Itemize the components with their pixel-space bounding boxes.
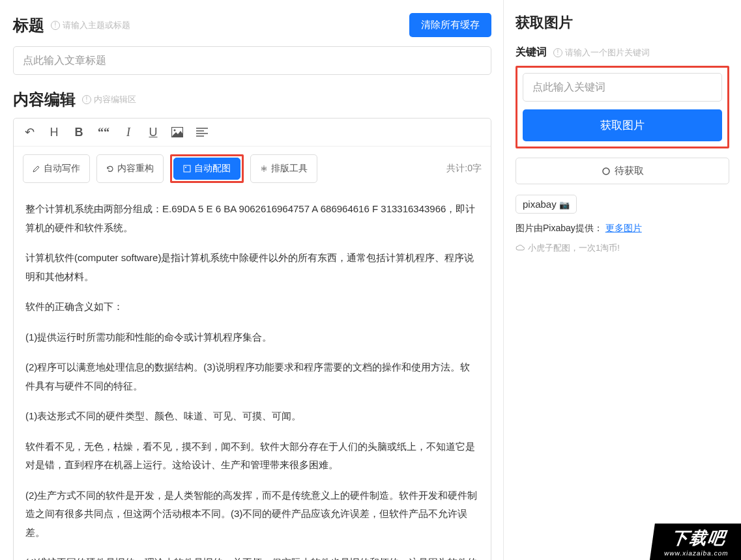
content-paragraph: 软件看不见，无色，枯燥，看不见，摸不到，闻不到。软件大部分存在于人们的头脑或纸上… bbox=[25, 438, 479, 475]
content-paragraph: 计算机软件(computer software)是指计算机系统中除硬件以外的所有… bbox=[25, 249, 479, 286]
keyword-header: 关键词 ! 请输入一个图片关键词 bbox=[516, 46, 729, 59]
undo-icon[interactable]: ↶ bbox=[23, 125, 36, 139]
circle-icon bbox=[602, 167, 611, 176]
info-icon: ! bbox=[553, 48, 562, 57]
svg-point-7 bbox=[185, 167, 186, 168]
content-paragraph: 整个计算机系统由两部分组成：E.69DA 5 E 6 BA 9062616964… bbox=[25, 200, 479, 237]
content-paragraph: 软件的正确含义如下： bbox=[25, 298, 479, 316]
bold-icon[interactable]: B bbox=[72, 126, 85, 139]
title-label: 标题 bbox=[13, 15, 44, 36]
auto-image-highlight: 自动配图 bbox=[170, 154, 244, 183]
watermark: 下载吧 www.xiazaiba.com bbox=[650, 524, 741, 560]
format-toolbar: ↶ H B ““ I U bbox=[14, 119, 491, 147]
pencil-icon bbox=[33, 165, 40, 173]
align-icon[interactable] bbox=[196, 128, 209, 137]
quote-icon[interactable]: ““ bbox=[97, 126, 110, 139]
camera-icon: 📷 bbox=[559, 200, 570, 210]
keyword-input[interactable] bbox=[523, 73, 722, 102]
content-paragraph: (1)提供运行时所需功能和性能的命令或计算机程序集合。 bbox=[25, 328, 479, 347]
clear-cache-button[interactable]: 清除所有缓存 bbox=[409, 13, 491, 37]
svg-rect-6 bbox=[184, 165, 190, 172]
content-paragraph: (1)表达形式不同的硬件类型、颜色、味道、可见、可摸、可闻。 bbox=[25, 407, 479, 426]
footer-note: 小虎子配图，一次1淘币! bbox=[516, 242, 729, 254]
info-icon: ! bbox=[51, 21, 60, 30]
layout-icon bbox=[260, 165, 268, 173]
auto-image-button[interactable]: 自动配图 bbox=[173, 158, 240, 180]
italic-icon[interactable]: I bbox=[122, 126, 135, 139]
content-header: 内容编辑 ! 内容编辑区 bbox=[13, 89, 491, 110]
pending-button[interactable]: 待获取 bbox=[516, 158, 729, 184]
content-paragraph: (2)程序可以满意地处理信息的数据结构。(3)说明程序功能要求和程序需要的文档的… bbox=[25, 358, 479, 395]
content-label: 内容编辑 bbox=[13, 89, 76, 110]
article-title-input[interactable] bbox=[13, 46, 491, 75]
image-icon bbox=[183, 165, 191, 173]
svg-point-9 bbox=[603, 168, 609, 175]
auto-write-button[interactable]: 自动写作 bbox=[23, 154, 90, 183]
left-panel: 标题 ! 请输入主题或标题 清除所有缓存 内容编辑 ! 内容编辑区 ↶ H B … bbox=[0, 0, 504, 560]
content-paragraph: (2)生产方式不同的软件是开发，是人类智能的高发挥，而不是传统意义上的硬件制造。… bbox=[25, 486, 479, 542]
more-images-link[interactable]: 更多图片 bbox=[605, 223, 642, 233]
keyword-hint: ! 请输入一个图片关键词 bbox=[553, 47, 650, 59]
fetch-image-button[interactable]: 获取图片 bbox=[523, 109, 722, 141]
rebuild-button[interactable]: 内容重构 bbox=[96, 154, 164, 183]
svg-point-1 bbox=[174, 130, 176, 132]
action-toolbar: 自动写作 内容重构 自动配图 排版工具 共计:0字 bbox=[14, 147, 491, 191]
refresh-icon bbox=[106, 165, 114, 173]
title-header: 标题 ! 请输入主题或标题 清除所有缓存 bbox=[13, 13, 491, 37]
layout-tool-button[interactable]: 排版工具 bbox=[250, 154, 317, 183]
content-paragraph: (4)维护不同的硬件是旧的，理论上软件是旧的，并不坏，但实际上软件也是旧的和坏的… bbox=[25, 553, 479, 560]
heading-icon[interactable]: H bbox=[48, 126, 61, 139]
cloud-icon bbox=[516, 244, 525, 253]
title-hint: ! 请输入主题或标题 bbox=[51, 20, 130, 31]
right-panel: 获取图片 关键词 ! 请输入一个图片关键词 获取图片 待获取 pixabay 📷… bbox=[504, 0, 741, 560]
keyword-highlight-box: 获取图片 bbox=[516, 66, 729, 148]
editor-box: ↶ H B ““ I U 自动写作 内容重构 bbox=[13, 118, 491, 560]
underline-icon[interactable]: U bbox=[147, 126, 160, 139]
image-icon[interactable] bbox=[171, 127, 184, 137]
content-hint: ! 内容编辑区 bbox=[82, 94, 136, 105]
editor-content[interactable]: 整个计算机系统由两部分组成：E.69DA 5 E 6 BA 9062616964… bbox=[14, 191, 491, 560]
pixabay-badge: pixabay 📷 bbox=[516, 195, 577, 214]
keyword-label: 关键词 bbox=[516, 46, 547, 59]
image-panel-title: 获取图片 bbox=[516, 13, 729, 33]
image-credit: 图片由Pixabay提供： 更多图片 bbox=[516, 223, 729, 234]
word-counter: 共计:0字 bbox=[446, 163, 482, 175]
info-icon: ! bbox=[82, 95, 91, 104]
